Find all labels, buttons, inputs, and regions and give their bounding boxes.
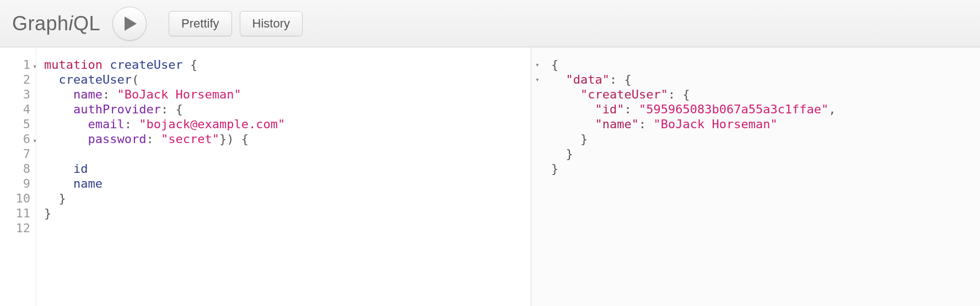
result-viewer: { "data": { "createUser": { "id": "59596… <box>543 47 980 306</box>
prettify-button[interactable]: Prettify <box>169 11 231 36</box>
topbar: GraphiQL Prettify History <box>0 0 980 47</box>
execute-button[interactable] <box>112 7 147 41</box>
query-editor[interactable]: mutation createUser { createUser( name: … <box>36 47 531 306</box>
app-logo: GraphiQL <box>12 12 100 35</box>
line-number-gutter: 123456789101112 <box>0 47 36 306</box>
query-editor-pane: 123456789101112 mutation createUser { cr… <box>0 47 531 306</box>
svg-marker-0 <box>125 17 137 31</box>
panes: 123456789101112 mutation createUser { cr… <box>0 47 980 306</box>
play-icon <box>125 17 137 31</box>
toolbar-buttons: Prettify History <box>169 11 303 36</box>
history-button[interactable]: History <box>240 11 303 36</box>
result-fold-gutter: ▾▾ <box>531 47 543 306</box>
result-pane: ▾▾ { "data": { "createUser": { "id": "59… <box>531 47 980 306</box>
